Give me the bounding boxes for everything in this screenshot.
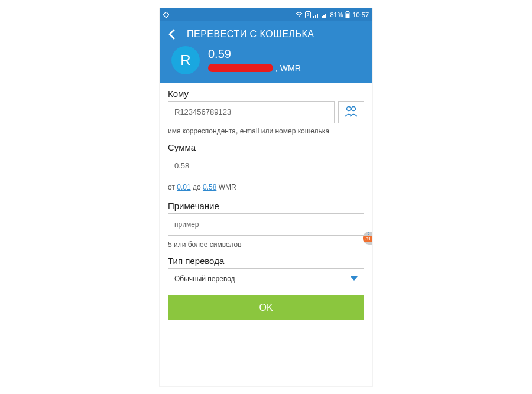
svg-marker-15	[351, 276, 358, 281]
svg-rect-12	[346, 13, 349, 18]
note-hint: 5 или более символов	[168, 240, 364, 249]
app-indicator-icon	[163, 12, 169, 18]
chevron-down-icon	[351, 275, 358, 283]
svg-rect-3	[315, 15, 316, 18]
wallet-avatar: R	[171, 46, 200, 74]
contacts-button[interactable]	[338, 101, 364, 123]
form-content: Кому имя корреспондента, e-mail или номе…	[160, 83, 372, 328]
note-label: Примечание	[168, 201, 364, 211]
type-select[interactable]: Обычный перевод	[168, 268, 364, 289]
svg-rect-6	[322, 16, 323, 18]
signal-icon-2	[322, 12, 327, 18]
battery-icon	[345, 11, 350, 18]
svg-rect-5	[319, 12, 319, 18]
to-label: Кому	[168, 89, 364, 99]
status-bar: 2 81% 10:57	[160, 8, 372, 21]
max-amount-link[interactable]: 0.58	[203, 183, 216, 191]
wifi-icon	[296, 12, 303, 18]
wallet-number-row: , WMR	[208, 63, 301, 73]
signal-icon	[313, 12, 319, 18]
to-hint: имя корреспондента, e-mail или номер кош…	[168, 127, 364, 135]
contacts-icon	[344, 105, 358, 120]
svg-rect-8	[325, 14, 326, 18]
app-header: ПЕРЕВЕСТИ С КОШЕЛЬКА R 0.59 , WMR	[160, 21, 372, 83]
wallet-currency: , WMR	[275, 63, 301, 73]
svg-point-1	[299, 15, 300, 17]
wallet-balance: 0.59	[208, 47, 301, 61]
phone-frame: 2 81% 10:57 ПЕРЕВЕСТИ С КОШЕЛЬКА R 0.59	[160, 8, 372, 386]
to-input[interactable]	[168, 101, 335, 123]
redacted-wallet-number	[208, 64, 273, 72]
back-button[interactable]	[168, 28, 180, 40]
edge-panel-tab[interactable]: ⋮ 81	[363, 232, 372, 245]
svg-marker-0	[163, 12, 169, 18]
svg-point-14	[352, 106, 356, 110]
svg-rect-4	[317, 14, 318, 18]
ok-button[interactable]: OK	[168, 295, 364, 320]
min-amount-link[interactable]: 0.01	[177, 183, 190, 191]
battery-percent: 81%	[330, 11, 343, 18]
svg-rect-2	[313, 16, 314, 18]
svg-rect-7	[323, 15, 325, 18]
note-input[interactable]	[168, 213, 364, 236]
amount-input[interactable]	[168, 155, 364, 177]
amount-label: Сумма	[168, 142, 364, 152]
svg-rect-9	[327, 12, 327, 18]
type-label: Тип перевода	[168, 256, 364, 266]
page-title: ПЕРЕВЕСТИ С КОШЕЛЬКА	[187, 29, 314, 40]
amount-range-hint: от 0.01 до 0.58 WMR	[168, 183, 364, 191]
edge-count: 81	[363, 236, 372, 242]
svg-point-13	[347, 106, 351, 110]
type-select-value: Обычный перевод	[174, 275, 235, 283]
sim-badge-icon: 2	[305, 11, 311, 18]
clock: 10:57	[352, 11, 369, 18]
